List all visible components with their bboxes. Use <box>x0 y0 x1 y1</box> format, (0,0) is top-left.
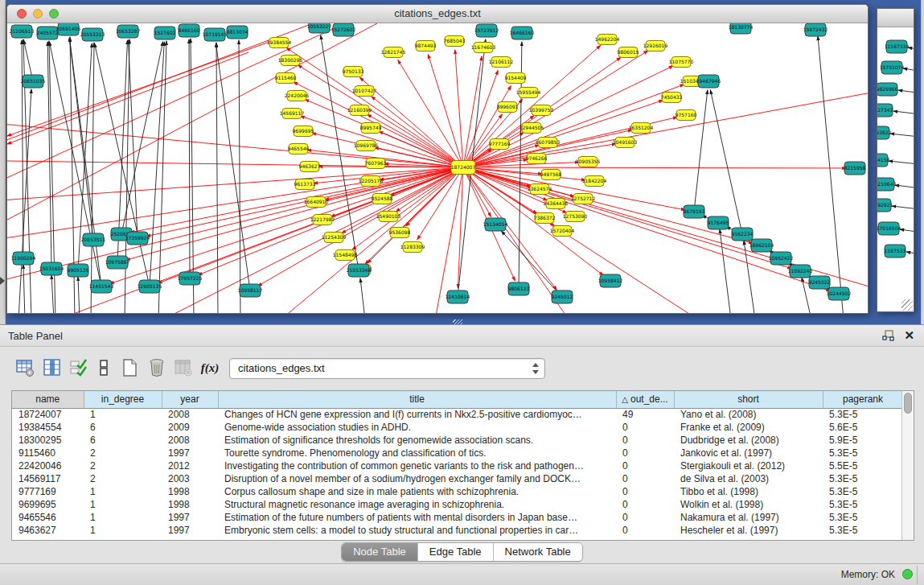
table-cell[interactable]: 18724007 <box>12 408 84 421</box>
table-cell[interactable]: 2 <box>84 447 162 459</box>
table-cell[interactable]: Embryonic stem cells: a model to study s… <box>218 524 616 537</box>
table-cell[interactable]: 1 <box>84 524 162 537</box>
table-cell[interactable]: Estimation of the future numbers of pati… <box>218 511 616 524</box>
table-cell[interactable]: 1997 <box>162 447 218 459</box>
table-cell[interactable]: 1 <box>84 511 162 524</box>
table-cell[interactable]: 18300295 <box>12 434 84 447</box>
table-cell[interactable]: Disruption of a novel member of a sodium… <box>218 472 616 485</box>
network-canvas[interactable]: 1872400719384554183002959115460224200461… <box>7 23 868 313</box>
table-cell[interactable]: 2008 <box>162 434 218 447</box>
table-cell[interactable]: 2009 <box>162 421 218 434</box>
table-cell[interactable]: 5.9E-5 <box>823 434 901 447</box>
background-network-window[interactable]: 1116733415751074982996692273431209382212… <box>877 8 914 312</box>
background-window-titlebar[interactable] <box>877 9 914 27</box>
maximize-button[interactable] <box>49 9 59 19</box>
table-cell[interactable]: 22420046 <box>12 459 84 472</box>
table-cell[interactable]: Structural magnetic resonance image aver… <box>218 498 616 511</box>
table-cell[interactable]: Corpus callosum shape and size in male p… <box>218 485 616 498</box>
table-cell[interactable]: 6 <box>84 434 162 447</box>
column-header-short[interactable]: short <box>674 391 823 408</box>
memory-ok-indicator[interactable] <box>902 569 913 579</box>
function-builder-button[interactable]: f(x) <box>198 355 222 381</box>
column-header-out_de[interactable]: △out_de... <box>616 391 674 408</box>
table-cell[interactable]: 9777169 <box>12 485 84 498</box>
table-cell[interactable]: 5.5E-5 <box>823 459 901 472</box>
float-panel-icon[interactable] <box>882 330 894 341</box>
table-cell[interactable]: Nakamura et al. (1997) <box>674 511 823 524</box>
table-cell[interactable]: 9115460 <box>12 447 84 459</box>
network-window-titlebar[interactable]: citations_edges.txt <box>7 5 868 23</box>
new-table-button[interactable] <box>117 355 142 381</box>
row-height-button[interactable] <box>92 355 116 381</box>
table-cell[interactable]: Stergiakouli et al. (2012) <box>674 459 823 472</box>
table-cell[interactable]: Investigating the contribution of common… <box>218 459 616 472</box>
table-cell[interactable]: 1 <box>84 408 162 421</box>
table-cell[interactable]: 2008 <box>162 408 218 421</box>
scrollbar-thumb[interactable] <box>904 393 912 414</box>
close-button[interactable] <box>17 9 27 19</box>
column-header-name[interactable]: name <box>12 391 84 408</box>
close-panel-icon[interactable]: ✕ <box>904 329 914 342</box>
table-row[interactable]: 1872400712008Changes of HCN gene express… <box>12 408 901 421</box>
split-handle[interactable] <box>453 319 462 324</box>
table-cell[interactable]: Tibbo et al. (1998) <box>674 485 823 498</box>
table-cell[interactable]: 2003 <box>162 472 218 485</box>
table-row[interactable]: 1938455462009Genome-wide association stu… <box>12 421 901 434</box>
table-cell[interactable]: 0 <box>616 421 674 434</box>
table-scrollbar[interactable] <box>901 391 914 540</box>
table-cell[interactable]: 9465546 <box>12 511 84 524</box>
table-row[interactable]: 977716911998Corpus callosum shape and si… <box>12 485 901 498</box>
background-network-canvas[interactable]: 1116733415751074982996692273431209382212… <box>877 27 914 311</box>
table-cell[interactable]: Estimation of significance thresholds fo… <box>218 434 616 447</box>
table-cell[interactable]: Hescheler et al. (1997) <box>674 524 823 537</box>
table-row[interactable]: 946362711997Embryonic stem cells: a mode… <box>12 524 901 537</box>
table-cell[interactable]: 5.3E-5 <box>823 524 901 537</box>
tab-edge-table[interactable]: Edge Table <box>418 543 494 561</box>
table-cell[interactable]: Genome-wide association studies in ADHD. <box>218 421 616 434</box>
table-select-dropdown[interactable]: citations_edges.txt <box>229 358 545 379</box>
table-cell[interactable]: 0 <box>616 524 674 537</box>
table-row[interactable]: 1830029562008Estimation of significance … <box>12 434 901 447</box>
table-cell[interactable]: 6 <box>84 421 162 434</box>
table-cell[interactable]: 5.3E-5 <box>823 447 901 459</box>
table-cell[interactable]: 19384554 <box>12 421 84 434</box>
select-rows-button[interactable] <box>67 355 91 381</box>
table-cell[interactable]: 1 <box>84 485 162 498</box>
table-row[interactable]: 1456911722003Disruption of a novel membe… <box>12 472 901 485</box>
table-cell[interactable]: Yano et al. (2008) <box>674 408 823 421</box>
table-cell[interactable]: 5.3E-5 <box>823 498 901 511</box>
tab-node-table[interactable]: Node Table <box>342 543 418 561</box>
table-cell[interactable]: 2 <box>84 472 162 485</box>
table-settings-button[interactable] <box>13 355 37 381</box>
table-cell[interactable]: 5.3E-5 <box>823 408 901 421</box>
column-header-in_degree[interactable]: in_degree <box>84 391 162 408</box>
delete-column-button[interactable] <box>145 355 169 381</box>
table-cell[interactable]: 0 <box>616 434 674 447</box>
table-cell[interactable]: Jankovic et al. (1997) <box>674 447 823 459</box>
table-cell[interactable]: 1998 <box>162 498 218 511</box>
table-cell[interactable]: 1998 <box>162 485 218 498</box>
table-row[interactable]: 911546021997Tourette syndrome. Phenomeno… <box>12 447 901 459</box>
table-cell[interactable]: 2 <box>84 459 162 472</box>
table-cell[interactable]: 5.6E-5 <box>823 421 901 434</box>
column-header-pagerank[interactable]: pagerank <box>823 391 901 408</box>
table-cell[interactable]: 1 <box>84 498 162 511</box>
table-cell[interactable]: 9463627 <box>12 524 84 537</box>
delete-table-button-disabled[interactable] <box>171 355 195 381</box>
table-cell[interactable]: 14569117 <box>12 472 84 485</box>
table-cell[interactable]: 1997 <box>162 511 218 524</box>
table-cell[interactable]: 0 <box>616 498 674 511</box>
table-row[interactable]: 969969511998Structural magnetic resonanc… <box>12 498 901 511</box>
table-cell[interactable]: Franke et al. (2009) <box>674 421 823 434</box>
table-cell[interactable]: 5.3E-5 <box>823 485 901 498</box>
table-cell[interactable]: 0 <box>616 459 674 472</box>
table-cell[interactable]: 0 <box>616 511 674 524</box>
table-cell[interactable]: 9699695 <box>12 498 84 511</box>
collapse-arrow-icon[interactable] <box>0 277 5 285</box>
table-cell[interactable]: 0 <box>616 472 674 485</box>
table-cell[interactable]: 0 <box>616 447 674 459</box>
table-cell[interactable]: 49 <box>616 408 674 421</box>
table-cell[interactable]: de Silva et al. (2003) <box>674 472 823 485</box>
tab-network-table[interactable]: Network Table <box>494 543 582 561</box>
table-cell[interactable]: 0 <box>616 485 674 498</box>
